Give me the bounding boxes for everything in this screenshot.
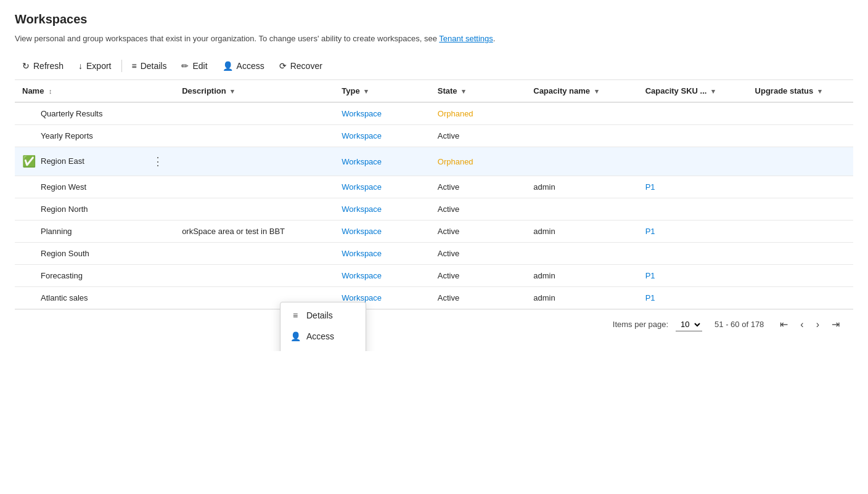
row-description-cell — [174, 147, 334, 176]
row-capacity-sku-cell — [638, 198, 748, 221]
row-description-cell — [174, 176, 334, 198]
row-name: Quarterly Results — [41, 109, 102, 118]
details-button[interactable]: ≡ Details — [125, 57, 174, 75]
refresh-button[interactable]: ↻ Refresh — [15, 57, 71, 75]
row-name: Region West — [41, 182, 86, 192]
row-type-cell: Workspace — [334, 176, 430, 198]
edit-button[interactable]: ✏ Edit — [174, 57, 215, 75]
row-type-cell: Workspace — [334, 102, 430, 125]
row-description-cell — [174, 125, 334, 147]
context-menu-details[interactable]: ≡ Details — [280, 305, 366, 326]
context-menu: ≡ Details 👤 Access ✏ Edit ⟳ Recover — [280, 302, 366, 352]
row-state-cell: Orphaned — [430, 102, 526, 125]
row-capacity-name-cell: admin — [526, 176, 637, 198]
capsku-sort-icon: ▾ — [711, 87, 715, 95]
table-row[interactable]: Quarterly Results Workspace Orphaned — [15, 102, 853, 125]
row-state-cell: Active — [430, 265, 526, 287]
row-upgrade-status-cell — [748, 265, 853, 287]
row-state-cell: Active — [430, 287, 526, 309]
row-upgrade-status-cell — [748, 147, 853, 176]
row-capacity-sku-cell — [638, 147, 748, 176]
row-name: Atlantic sales — [41, 293, 88, 302]
col-header-description[interactable]: Description ▾ — [174, 80, 334, 102]
row-name-cell: ✅ Region East ⋮ — [15, 147, 174, 176]
table-row[interactable]: Planning orkSpace area or test in BBT Wo… — [15, 221, 853, 243]
col-header-name[interactable]: Name ↕ — [15, 80, 174, 102]
pagination-range: 51 - 60 of 178 — [714, 320, 764, 329]
page-title: Workspaces — [15, 12, 853, 26]
col-header-capacity-sku[interactable]: Capacity SKU ... ▾ — [638, 80, 748, 102]
row-state-cell: Active — [430, 198, 526, 221]
row-name-cell: Region North — [15, 198, 174, 221]
pagination-next-button[interactable]: › — [813, 318, 823, 331]
recover-button[interactable]: ⟳ Recover — [272, 57, 330, 75]
table-header-row: Name ↕ Description ▾ Type ▾ State ▾ Capa… — [15, 80, 853, 102]
row-capacity-name-cell — [526, 147, 637, 176]
col-header-capacity-name[interactable]: Capacity name ▾ — [526, 80, 637, 102]
export-button[interactable]: ↓ Export — [71, 57, 118, 75]
row-capacity-name-cell: admin — [526, 221, 637, 243]
row-name: Region East — [41, 156, 84, 166]
toolbar-divider — [121, 60, 122, 72]
table-row[interactable]: ✅ Region East ⋮ Workspace Orphaned — [15, 147, 853, 176]
row-upgrade-status-cell — [748, 221, 853, 243]
row-type-cell: Workspace — [334, 198, 430, 221]
row-type-cell: Workspace — [334, 221, 430, 243]
context-access-icon: 👤 — [290, 331, 300, 341]
context-menu-edit[interactable]: ✏ Edit — [280, 347, 366, 352]
row-state-cell: Active — [430, 176, 526, 198]
context-menu-access[interactable]: 👤 Access — [280, 326, 366, 347]
col-header-state[interactable]: State ▾ — [430, 80, 526, 102]
table-row[interactable]: Atlantic sales Workspace Active admin P1 — [15, 287, 853, 309]
refresh-icon: ↻ — [22, 61, 30, 71]
row-upgrade-status-cell — [748, 125, 853, 147]
row-name-cell: Forecasting — [15, 265, 174, 287]
pagination: Items per page: 10 25 50 51 - 60 of 178 … — [15, 309, 853, 339]
row-description-cell — [174, 265, 334, 287]
toolbar: ↻ Refresh ↓ Export ≡ Details ✏ Edit 👤 Ac… — [15, 57, 853, 80]
row-upgrade-status-cell — [748, 102, 853, 125]
table-row[interactable]: Region South Workspace Active — [15, 243, 853, 265]
table-row[interactable]: Forecasting Workspace Active admin P1 — [15, 265, 853, 287]
row-capacity-sku-cell — [638, 102, 748, 125]
edit-icon: ✏ — [181, 61, 189, 71]
row-type-cell: Workspace — [334, 265, 430, 287]
table-row[interactable]: Region North Workspace Active — [15, 198, 853, 221]
row-menu-button[interactable]: ⋮ — [149, 153, 167, 169]
row-state-cell: Active — [430, 243, 526, 265]
row-name: Region North — [41, 204, 88, 214]
upstatus-sort-icon: ▾ — [818, 87, 822, 95]
row-type-cell: Workspace — [334, 243, 430, 265]
page-subtitle: View personal and group workspaces that … — [15, 33, 853, 45]
row-capacity-sku-cell — [638, 125, 748, 147]
col-header-upgrade-status[interactable]: Upgrade status ▾ — [748, 80, 853, 102]
row-name: Region South — [41, 249, 89, 258]
row-state-cell: Active — [430, 221, 526, 243]
name-sort-icon: ↕ — [49, 87, 52, 95]
row-name: Yearly Reports — [41, 131, 93, 140]
row-description-cell: orkSpace area or test in BBT — [174, 221, 334, 243]
row-capacity-name-cell — [526, 102, 637, 125]
row-upgrade-status-cell — [748, 243, 853, 265]
pagination-first-button[interactable]: ⇤ — [776, 317, 792, 331]
table-row[interactable]: Region West Workspace Active admin P1 — [15, 176, 853, 198]
table-row[interactable]: Yearly Reports Workspace Active — [15, 125, 853, 147]
row-name-cell: Planning — [15, 221, 174, 243]
row-description-cell — [174, 243, 334, 265]
pagination-prev-button[interactable]: ‹ — [796, 318, 807, 331]
row-capacity-sku-cell: P1 — [638, 176, 748, 198]
row-name: Forecasting — [41, 271, 83, 280]
row-description-cell — [174, 198, 334, 221]
row-type-cell: Workspace — [334, 147, 430, 176]
row-name-cell: Yearly Reports — [15, 125, 174, 147]
row-capacity-sku-cell: P1 — [638, 287, 748, 309]
row-check-icon: ✅ — [22, 155, 36, 168]
row-name: Planning — [41, 227, 72, 236]
tenant-settings-link[interactable]: Tenant settings — [439, 34, 493, 43]
pagination-last-button[interactable]: ⇥ — [828, 317, 843, 331]
row-state-cell: Orphaned — [430, 147, 526, 176]
access-button[interactable]: 👤 Access — [215, 57, 272, 75]
pagination-items-select[interactable]: 10 25 50 — [676, 318, 702, 331]
col-header-type[interactable]: Type ▾ — [334, 80, 430, 102]
row-type-cell: Workspace — [334, 125, 430, 147]
